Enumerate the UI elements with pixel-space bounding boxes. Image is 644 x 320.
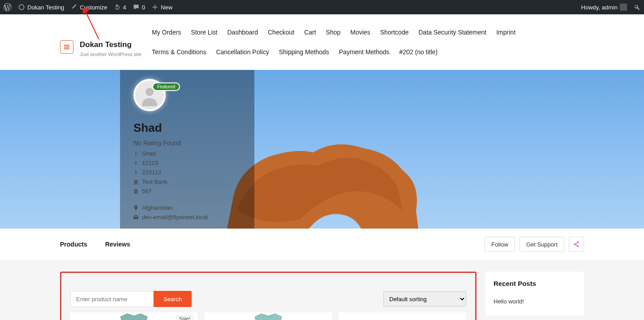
nav-movies[interactable]: Movies [345, 22, 375, 42]
svg-point-13 [574, 243, 576, 245]
svg-rect-6 [136, 153, 137, 156]
store-bank-code: 567 [133, 188, 241, 195]
recent-post-link[interactable]: Hello world! [494, 298, 576, 305]
nav-shop[interactable]: Shop [321, 22, 346, 42]
info-icon [133, 160, 138, 165]
updates-count: 4 [123, 4, 126, 11]
avatar-icon [620, 4, 627, 11]
sort-select[interactable]: Default sorting [383, 291, 466, 307]
customize-link[interactable]: Customize [70, 4, 107, 11]
nav-checkout[interactable]: Checkout [263, 22, 299, 42]
store-location: Afghanistan [133, 204, 241, 211]
product-card[interactable]: Sale! [70, 312, 197, 320]
svg-point-7 [135, 161, 136, 162]
store-info-name: Shad [133, 150, 241, 157]
tab-reviews[interactable]: Reviews [105, 241, 130, 248]
nav-cancellation[interactable]: Cancellation Policy [211, 42, 274, 62]
product-search-input[interactable] [70, 291, 154, 307]
wp-admin-bar: Dokan Testing Customize 4 0 New Howdy, a… [0, 0, 644, 14]
svg-point-5 [135, 152, 136, 153]
wp-logo-icon[interactable] [4, 3, 12, 11]
nav-shipping[interactable]: Shipping Methods [274, 42, 334, 62]
location-icon [133, 205, 138, 210]
share-button[interactable] [569, 237, 584, 252]
howdy-text: Howdy, admin [581, 4, 618, 11]
customize-label: Customize [80, 4, 107, 11]
share-icon [573, 241, 580, 247]
howdy-link[interactable]: Howdy, admin [581, 4, 627, 11]
store-name: Shad [133, 121, 241, 135]
store-banner: Featured Shad No Rating Found Shad 12123… [0, 70, 644, 229]
svg-point-9 [135, 171, 136, 172]
product-image [107, 312, 161, 320]
product-image [241, 312, 295, 320]
nav-payment[interactable]: Payment Methods [334, 42, 395, 62]
email-icon [133, 215, 138, 220]
svg-rect-8 [136, 163, 137, 165]
nav-terms[interactable]: Terms & Conditions [147, 42, 211, 62]
new-label: New [161, 4, 172, 11]
nav-dashboard[interactable]: Dashboard [222, 22, 263, 42]
nav-store-list[interactable]: Store List [186, 22, 222, 42]
bank-icon [133, 189, 138, 194]
comments-link[interactable]: 0 [133, 4, 145, 11]
svg-rect-10 [136, 172, 137, 174]
store-info-value2: 223112 [133, 169, 241, 176]
store-bank-name: Test Bank [133, 178, 241, 185]
site-tagline: Just another WordPress site [80, 51, 147, 58]
follow-button[interactable]: Follow [485, 237, 515, 252]
main-nav: My Orders Store List Dashboard Checkout … [147, 22, 584, 62]
comments-count: 0 [142, 4, 145, 11]
info-icon [133, 151, 138, 156]
admin-site-link[interactable]: Dokan Testing [18, 4, 64, 11]
product-card[interactable] [205, 312, 332, 320]
nav-data-security[interactable]: Data Security Statement [413, 22, 491, 42]
recent-posts-widget: Recent Posts Hello world! [485, 272, 584, 316]
nav-cart[interactable]: Cart [299, 22, 321, 42]
info-icon [133, 170, 138, 175]
admin-search-icon[interactable] [633, 4, 640, 11]
new-link[interactable]: New [151, 4, 172, 11]
svg-point-4 [146, 88, 154, 96]
get-support-button[interactable]: Get Support [519, 237, 564, 252]
svg-point-14 [577, 246, 579, 247]
featured-badge: Featured [152, 82, 180, 91]
store-info-value1: 12123 [133, 160, 241, 166]
nav-shortcode[interactable]: Shortcode [375, 22, 414, 42]
store-info-panel: Featured Shad No Rating Found Shad 12123… [120, 70, 254, 229]
nav-imprint[interactable]: Imprint [491, 22, 520, 42]
banner-background [0, 70, 644, 229]
store-email: dev-email@flywheel.local [133, 214, 241, 221]
mobile-menu-toggle[interactable] [60, 40, 73, 54]
tab-products[interactable]: Products [60, 241, 87, 248]
nav-202[interactable]: #202 (no title) [395, 42, 443, 62]
product-card[interactable] [339, 312, 466, 320]
store-tabs-row: Products Reviews Follow Get Support [60, 229, 584, 260]
site-header: Dokan Testing Just another WordPress sit… [60, 14, 584, 70]
site-title[interactable]: Dokan Testing [80, 40, 147, 49]
widget-title: Recent Posts [494, 280, 576, 287]
search-sort-highlight: Search Default sorting Sale! [60, 272, 477, 320]
sale-badge: Sale! [176, 315, 194, 320]
admin-site-name: Dokan Testing [27, 4, 64, 11]
bank-icon [133, 179, 138, 184]
search-button[interactable]: Search [154, 291, 192, 307]
no-rating-text: No Rating Found [133, 139, 241, 147]
updates-link[interactable]: 4 [114, 4, 126, 11]
svg-point-12 [577, 242, 579, 243]
nav-my-orders[interactable]: My Orders [147, 22, 186, 42]
